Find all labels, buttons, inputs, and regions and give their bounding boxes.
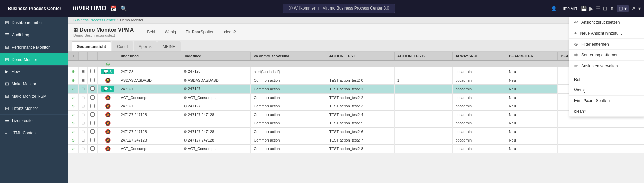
row-chat[interactable]: 🔕 (97, 76, 118, 85)
row-expand2[interactable]: ⊞ (78, 145, 87, 153)
th-link[interactable]: <a onmouseover=al... (251, 52, 326, 61)
row-cell-4 (394, 136, 453, 145)
add-row-icon[interactable]: ⊕ (106, 61, 110, 67)
row-expand2[interactable]: ⊞ (78, 67, 87, 76)
row-checkbox[interactable] (87, 102, 97, 111)
row-chat[interactable]: 🔕 (97, 94, 118, 102)
save-icon[interactable]: 💾 (581, 6, 587, 11)
row-checkbox[interactable] (87, 94, 97, 102)
sidebar-item-performance[interactable]: ⊞ Performance Monitor (0, 41, 68, 53)
list-icon[interactable]: ☰ (596, 6, 600, 11)
row-checkbox[interactable] (87, 136, 97, 145)
sidebar-item-html[interactable]: ≡ HTML Content (0, 127, 68, 139)
row-expand[interactable]: ⊕ (68, 145, 78, 153)
row-cell-1: ⚙ 247127.247128 (181, 136, 251, 145)
row-chat[interactable]: 🔕 (97, 111, 118, 119)
sidebar-item-mako-rsm[interactable]: ⊞ Mako Monitor RSM (0, 90, 68, 102)
row-checkbox[interactable] (87, 119, 97, 128)
sidebar-item-audit[interactable]: ☰ Audit Log (0, 29, 68, 41)
th-undefined-2[interactable]: undefined (181, 52, 251, 61)
row-checkbox[interactable] (87, 145, 97, 153)
sidebar-item-mako[interactable]: ⊞ Mako Monitor (0, 78, 68, 90)
th-action-test[interactable]: ACTION_TEST (326, 52, 395, 61)
row-expand[interactable]: ⊕ (68, 67, 78, 76)
add-column-btn[interactable]: ＋ (68, 52, 78, 61)
view-tab-meine[interactable]: MEINE (157, 41, 181, 51)
row-expand[interactable]: ⊕ (68, 119, 78, 128)
row-expand2[interactable]: ⊞ (78, 119, 87, 128)
row-expand2[interactable]: ⊞ (78, 136, 87, 145)
row-expand2[interactable]: ⊞ (78, 85, 87, 94)
row-expand2[interactable]: ⊞ (78, 76, 87, 85)
breadcrumb-root[interactable]: Business Process Center (73, 18, 116, 22)
row-expand2[interactable]: ⊞ (78, 128, 87, 136)
row-checkbox[interactable] (87, 128, 97, 136)
title-tab-clean[interactable]: clean? (223, 29, 237, 35)
th-action-test2[interactable]: ACTION_TEST2 (394, 52, 453, 61)
row-cell-0 (118, 119, 181, 128)
dropdown-tab-einpaar[interactable]: EinPaarSpalten (569, 96, 644, 106)
table-row: ⊕⊞🔕247127.247128⚙ 247127.247128Common ac… (68, 136, 644, 145)
row-expand[interactable]: ⊕ (68, 85, 78, 94)
grid-icon[interactable]: ⊞ (603, 6, 607, 11)
lizenz-icon: ⊞ (5, 106, 9, 111)
title-tab-behi[interactable]: Behi (145, 29, 156, 35)
search-icon[interactable]: 🔍 (121, 5, 127, 12)
row-checkbox[interactable] (87, 67, 97, 76)
dropdown-tab-clean[interactable]: clean? (569, 106, 644, 117)
row-chat[interactable]: 🔕 (97, 119, 118, 128)
row-cell-1: ⚙ 247127 (181, 102, 251, 111)
row-checkbox[interactable] (87, 76, 97, 85)
row-cell-4 (394, 67, 453, 76)
row-expand2[interactable]: ⊞ (78, 111, 87, 119)
row-chat[interactable]: 🔕 (97, 102, 118, 111)
table-row: ⊕⊞💬4247127⚙ 247127Common actionTEST acti… (68, 85, 644, 94)
row-chat[interactable]: 🔕 (97, 128, 118, 136)
view-tab-contrl[interactable]: Contrl (112, 41, 133, 51)
upload-icon[interactable]: ⬆ (610, 6, 614, 11)
dropdown-manage-views[interactable]: ✏ Ansichten verwalten (569, 61, 644, 71)
dropdown-remove-sort[interactable]: ⊗ Sortierung entfernen (569, 50, 644, 61)
view-tab-gesamtansicht[interactable]: Gesamtansicht (72, 41, 111, 51)
row-cell-5: bpcadmin (453, 85, 506, 94)
view-tab-aperak[interactable]: Aperak (134, 41, 157, 51)
row-chat[interactable]: 💬4 (97, 85, 118, 94)
th-bearbeiter[interactable]: BEARBEITER (506, 52, 558, 61)
sidebar-item-flow[interactable]: ▶ Flow (0, 66, 68, 78)
row-cell-5: bpcadmin (453, 128, 506, 136)
th-undefined-1[interactable]: undefined (118, 52, 181, 61)
row-expand[interactable]: ⊕ (68, 102, 78, 111)
row-chat[interactable]: 🔕 (97, 136, 118, 145)
row-expand[interactable]: ⊕ (68, 94, 78, 102)
sidebar-item-lizenz[interactable]: ⊞ Lizenz Monitor (0, 102, 68, 115)
dropdown-add-view[interactable]: + Neue Ansicht hinzufü... (569, 28, 644, 39)
row-chat[interactable]: 💬3 (97, 67, 118, 76)
share-icon[interactable]: ↗ (631, 6, 635, 11)
calendar-icon[interactable]: 📅 (110, 5, 117, 12)
header-right: 👤 Timo Virt 💾 ▶ ☰ ⊞ ⬆ ⊟ ▾ ↗ ▾ (551, 5, 641, 12)
dropdown-tab-wenig[interactable]: Wenig (569, 85, 644, 96)
row-expand2[interactable]: ⊞ (78, 94, 87, 102)
sidebar-item-dashboard[interactable]: ⊞ Dashboard mit g (0, 17, 68, 29)
dropdown-reset-view[interactable]: ↩ Ansicht zurücksetzen (569, 17, 644, 28)
sidebar-item-lizenzedit[interactable]: ☰ Lizenzeditor (0, 115, 68, 127)
row-expand[interactable]: ⊕ (68, 76, 78, 85)
dropdown-remove-filter[interactable]: ⊗ Filter entfernen (569, 39, 644, 50)
dropdown-tab-behi[interactable]: Behi (569, 74, 644, 85)
sidebar-item-demo-monitor[interactable]: ⊞ Demo Monitor (0, 53, 68, 66)
row-checkbox[interactable] (87, 111, 97, 119)
row-expand[interactable]: ⊕ (68, 111, 78, 119)
row-expand[interactable]: ⊕ (68, 128, 78, 136)
row-cell-4 (394, 128, 453, 136)
row-checkbox[interactable] (87, 85, 97, 94)
row-expand[interactable]: ⊕ (68, 136, 78, 145)
th-alwaysnull[interactable]: ALWAYSNULL (453, 52, 506, 61)
title-tab-wenig[interactable]: Wenig (163, 29, 178, 35)
title-tab-einpaar[interactable]: EinPaarSpalten (184, 29, 216, 35)
row-expand2[interactable]: ⊞ (78, 102, 87, 111)
play-icon[interactable]: ▶ (589, 6, 593, 11)
sidebar-item-label: Performance Monitor (12, 45, 50, 50)
view-switcher[interactable]: ⊟ ▾ (617, 5, 629, 12)
arrow-down-icon[interactable]: ▾ (638, 6, 641, 11)
row-chat[interactable]: 🔕 (97, 145, 118, 153)
